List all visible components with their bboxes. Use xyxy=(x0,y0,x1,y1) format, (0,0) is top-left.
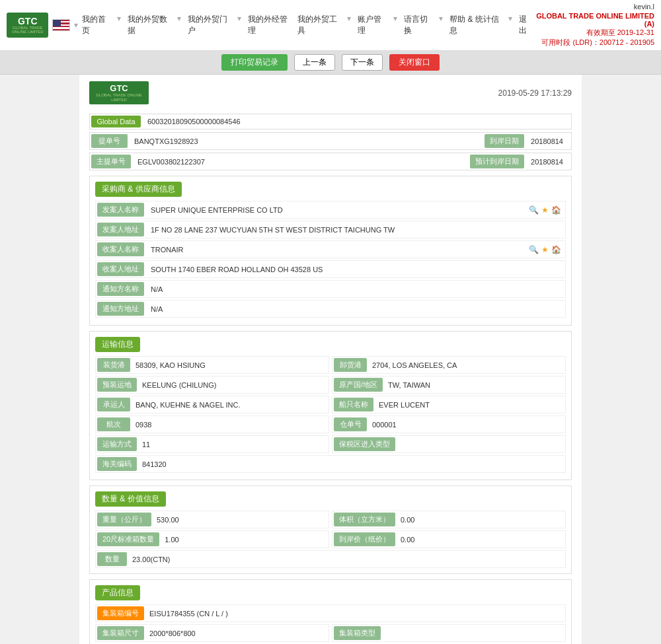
bill-no-label: 提单号 xyxy=(91,134,128,148)
container20-price-row: 20尺标准箱数量 1.00 到岸价（纸价） 0.00 xyxy=(95,530,566,548)
header-right: kevin.l GLOBAL TRADE ONLINE LIMITED (A) … xyxy=(533,3,654,48)
pre-loading-value: KEELUNG (CHILUNG) xyxy=(137,379,221,391)
nav-help[interactable]: 帮助 & 统计信息 xyxy=(449,14,501,36)
star-icon-consignee[interactable]: ★ xyxy=(541,245,549,254)
consignee-name-value: TRONAIR xyxy=(144,244,529,256)
consignee-addr-row: 收案人地址 SOUTH 1740 EBER ROAD HOLLAND OH 43… xyxy=(95,260,566,278)
shipping-section: 运输信息 装货港 58309, KAO HSIUNG 卸货港 2704, LOS… xyxy=(89,331,572,480)
container20-label: 20尺标准箱数量 xyxy=(97,532,159,546)
arrival-date-value: 20180814 xyxy=(524,135,570,147)
container-no-label: 集装箱编号 xyxy=(97,606,144,620)
search-icon-consignee[interactable]: 🔍 xyxy=(529,245,539,254)
shipper-name-label: 发案人名称 xyxy=(97,203,144,217)
flag-icon xyxy=(52,19,69,31)
consignee-name-label: 收案人名称 xyxy=(97,242,144,256)
buyer-supplier-header: 采购商 & 供应商信息 xyxy=(95,182,182,197)
global-data-label: Global Data xyxy=(91,116,141,127)
nav-logout[interactable]: 退出 xyxy=(519,14,533,36)
nav-language[interactable]: 语言切换 xyxy=(404,14,432,36)
voyage-label: 航次 xyxy=(97,417,130,431)
star-icon-shipper[interactable]: ★ xyxy=(541,205,549,215)
close-button[interactable]: 关闭窗口 xyxy=(389,54,440,71)
preload-origin-row: 预装运地 KEELUNG (CHILUNG) 原产国/地区 TW, TAIWAN xyxy=(95,376,566,394)
volume-value: 0.00 xyxy=(395,514,420,526)
flag-separator: ▾ xyxy=(74,20,78,30)
doc-logo: GTC GLOBAL TRADE ONLINE LIMITED xyxy=(89,81,149,104)
consignee-name-row: 收案人名称 TRONAIR 🔍 ★ 🏠 xyxy=(95,240,566,258)
shipper-addr-row: 发案人地址 1F NO 28 LANE 237 WUCYUAN 5TH ST W… xyxy=(95,221,566,238)
est-arrival-label: 预计到岸日期 xyxy=(470,155,524,168)
transport-label: 运输方式 xyxy=(97,437,137,451)
arrival-price-label: 到岸价（纸价） xyxy=(334,532,395,546)
nav-account[interactable]: 账户管理 xyxy=(358,14,386,36)
home-icon-shipper[interactable]: 🏠 xyxy=(551,205,561,215)
master-bill-label: 主提单号 xyxy=(91,155,131,168)
container-size-label: 集装箱尺寸 xyxy=(97,626,144,640)
voyage-warehouse-row: 航次 0938 仓单号 000001 xyxy=(95,415,566,433)
prev-button[interactable]: 上一条 xyxy=(294,54,335,71)
transport-bonded-row: 运输方式 11 保税区进入类型 xyxy=(95,435,566,453)
product-header: 产品信息 xyxy=(95,585,140,600)
doc-header: GTC GLOBAL TRADE ONLINE LIMITED 2019-05-… xyxy=(89,81,572,110)
print-button[interactable]: 打印贸易记录 xyxy=(221,54,288,71)
bill-arrival-row: 提单号 BANQTXG1928923 到岸日期 20180814 xyxy=(89,132,572,150)
global-data-row: Global Data 60032018090500000084546 xyxy=(89,114,572,129)
shipper-addr-value: 1F NO 28 LANE 237 WUCYUAN 5TH ST WEST DI… xyxy=(144,224,564,236)
product-section: 产品信息 集装箱编号 EISU1784355 (CN / L / ) 集装箱尺寸… xyxy=(89,579,572,644)
buyer-supplier-section: 采购商 & 供应商信息 发案人名称 SUPER UNIQUE ENTERPRIS… xyxy=(89,176,572,326)
master-bill-row: 主提单号 EGLV003802122307 预计到岸日期 20180814 xyxy=(89,153,572,170)
warehouse-value: 000001 xyxy=(367,419,402,431)
header: GTC GLOBAL TRADE ONLINE LIMITED ▾ 我的首页 ▾… xyxy=(0,0,661,51)
bonded-label: 保税区进入类型 xyxy=(334,437,395,451)
notify-addr-label: 通知方地址 xyxy=(97,302,144,316)
nav-menu: 我的首页 ▾ 我的外贸数据 ▾ 我的外贸门户 ▾ 我的外经管理 我的外贸工具 ▾… xyxy=(82,14,533,36)
global-data-value: 60032018090500000084546 xyxy=(141,116,247,127)
arrival-price-value: 0.00 xyxy=(395,534,420,546)
quantity-label: 数量 xyxy=(97,552,127,566)
logo: GTC GLOBAL TRADE ONLINE LIMITED xyxy=(7,13,48,38)
nav-export-portal[interactable]: 我的外贸门户 xyxy=(188,14,231,36)
container20-value: 1.00 xyxy=(159,534,184,546)
next-button[interactable]: 下一条 xyxy=(342,54,383,71)
weight-volume-row: 重量（公斤） 530.00 体积（立方米） 0.00 xyxy=(95,511,566,528)
transport-value: 11 xyxy=(137,439,155,450)
warehouse-label: 仓单号 xyxy=(334,417,367,431)
bonded-value xyxy=(395,443,406,447)
customs-label: 海关编码 xyxy=(97,457,137,471)
home-icon-consignee[interactable]: 🏠 xyxy=(551,245,561,254)
container-type-value xyxy=(381,631,391,635)
main-content: GTC GLOBAL TRADE ONLINE LIMITED 2019-05-… xyxy=(79,75,582,644)
nav-home[interactable]: 我的首页 xyxy=(82,14,110,36)
ldr-info: 可用时段 (LDR)：200712 - 201905 xyxy=(533,38,654,48)
origin-country-value: TW, TAIWAN xyxy=(383,379,436,391)
port-row: 装货港 58309, KAO HSIUNG 卸货港 2704, LOS ANGE… xyxy=(95,356,566,374)
loading-port-label: 装货港 xyxy=(97,358,130,372)
shipping-header: 运输信息 xyxy=(95,337,140,352)
origin-country-label: 原产国/地区 xyxy=(334,378,383,392)
pre-loading-label: 预装运地 xyxy=(97,378,137,392)
volume-label: 体积（立方米） xyxy=(334,513,395,526)
nav-trade-tools[interactable]: 我的外贸工具 xyxy=(297,14,340,36)
container-type-label: 集装箱类型 xyxy=(334,626,381,640)
master-bill-value: EGLV003802122307 xyxy=(131,156,212,168)
shipper-name-value: SUPER UNIQUE ENTERPRISE CO LTD xyxy=(144,204,529,216)
container-size-value: 2000*806*800 xyxy=(144,627,201,639)
quantity-header: 数量 & 价值信息 xyxy=(95,491,166,507)
quantity-row: 数量 23.00(CTN) xyxy=(95,550,566,568)
voyage-value: 0938 xyxy=(130,419,157,431)
customs-row: 海关编码 841320 xyxy=(95,455,566,473)
nav-foreign-mgr[interactable]: 我的外经管理 xyxy=(248,14,291,36)
search-icon-shipper[interactable]: 🔍 xyxy=(529,205,539,215)
vessel-label: 船只名称 xyxy=(334,398,373,411)
header-left: GTC GLOBAL TRADE ONLINE LIMITED ▾ 我的首页 ▾… xyxy=(7,13,533,38)
valid-until: 有效期至 2019-12-31 xyxy=(533,28,654,38)
nav-trade-data[interactable]: 我的外贸数据 xyxy=(128,14,171,36)
quantity-section: 数量 & 价值信息 重量（公斤） 530.00 体积（立方米） 0.00 20尺… xyxy=(89,485,572,574)
weight-value: 530.00 xyxy=(151,514,184,526)
shipper-addr-label: 发案人地址 xyxy=(97,223,144,236)
discharge-port-label: 卸货港 xyxy=(334,358,367,372)
customs-value: 841320 xyxy=(137,458,172,470)
quantity-value: 23.00(CTN) xyxy=(127,554,175,565)
company-name: GLOBAL TRADE ONLINE LIMITED (A) xyxy=(533,12,654,28)
carrier-vessel-row: 承运人 BANQ, KUEHNE & NAGEL INC. 船只名称 EVER … xyxy=(95,396,566,413)
